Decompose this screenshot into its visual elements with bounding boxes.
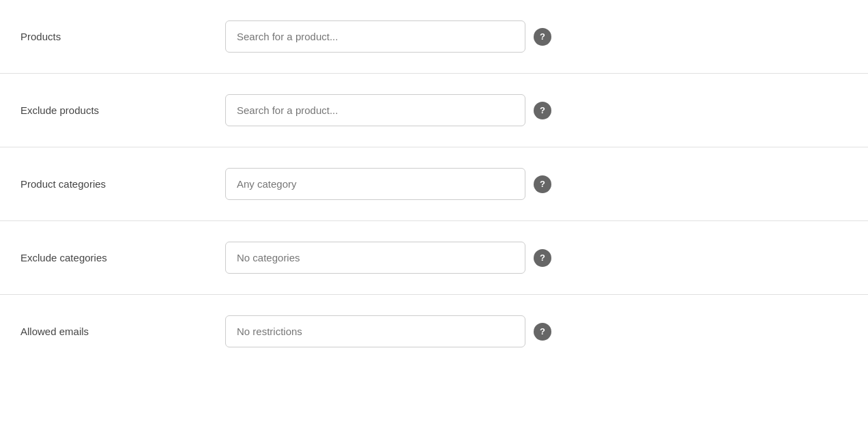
exclude-categories-input-wrapper: ? bbox=[225, 242, 848, 274]
exclude-categories-input[interactable] bbox=[225, 242, 525, 274]
allowed-emails-section-group: Allowed emails ? bbox=[0, 295, 868, 368]
exclude-categories-label: Exclude categories bbox=[20, 252, 212, 263]
product-categories-label: Product categories bbox=[20, 178, 212, 190]
allowed-emails-input-wrapper: ? bbox=[225, 315, 848, 347]
allowed-emails-row: Allowed emails ? bbox=[20, 309, 848, 354]
allowed-emails-input[interactable] bbox=[225, 315, 525, 347]
exclude-products-input-wrapper: ? bbox=[225, 94, 848, 126]
product-categories-row: Product categories ? bbox=[20, 161, 848, 207]
exclude-products-help-icon[interactable]: ? bbox=[534, 102, 551, 119]
exclude-products-row: Exclude products ? bbox=[20, 87, 848, 133]
products-input[interactable] bbox=[225, 20, 525, 53]
products-help-icon[interactable]: ? bbox=[534, 28, 551, 46]
exclude-categories-row: Exclude categories ? bbox=[20, 235, 848, 281]
product-categories-input[interactable] bbox=[225, 168, 525, 200]
product-categories-section: Product categories ? bbox=[0, 147, 868, 221]
allowed-emails-section: Allowed emails ? bbox=[0, 295, 868, 368]
categories-section-group: Product categories ? Exclude categories … bbox=[0, 147, 868, 295]
exclude-categories-help-icon[interactable]: ? bbox=[534, 249, 551, 267]
products-input-wrapper: ? bbox=[225, 20, 848, 53]
product-categories-help-icon[interactable]: ? bbox=[534, 175, 551, 193]
products-section: Products ? bbox=[0, 0, 868, 74]
form-container: Products ? Exclude products ? Product ca… bbox=[0, 0, 868, 368]
allowed-emails-help-icon[interactable]: ? bbox=[534, 323, 551, 341]
exclude-categories-section: Exclude categories ? bbox=[0, 221, 868, 294]
allowed-emails-label: Allowed emails bbox=[20, 326, 212, 337]
exclude-products-label: Exclude products bbox=[20, 104, 212, 116]
product-categories-input-wrapper: ? bbox=[225, 168, 848, 200]
products-section-group: Products ? Exclude products ? bbox=[0, 0, 868, 147]
exclude-products-section: Exclude products ? bbox=[0, 74, 868, 147]
exclude-products-input[interactable] bbox=[225, 94, 525, 126]
products-label: Products bbox=[20, 31, 212, 42]
products-row: Products ? bbox=[20, 14, 848, 59]
